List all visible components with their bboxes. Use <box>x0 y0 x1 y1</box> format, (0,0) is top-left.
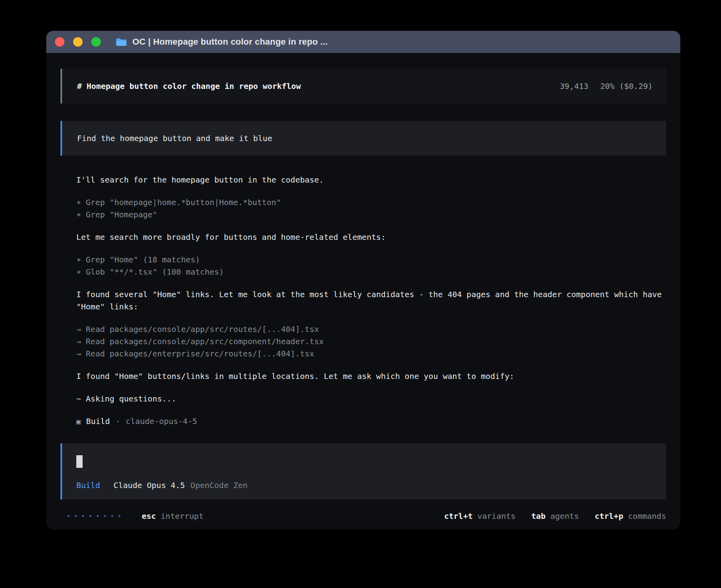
spinner-dots-icon: •••••••• <box>67 513 125 519</box>
minimize-window-button[interactable] <box>73 37 83 47</box>
context-cost: 20% ($0.29) <box>600 81 653 91</box>
model-name[interactable]: Claude Opus 4.5 <box>113 481 185 490</box>
model-bar: Build Claude Opus 4.5 OpenCode Zen <box>76 481 652 490</box>
session-stats: 39,413 20% ($0.29) <box>560 81 653 91</box>
traffic-lights <box>55 37 101 47</box>
close-window-button[interactable] <box>55 37 64 47</box>
footer-left: •••••••• esc interrupt <box>60 511 204 521</box>
terminal-window: OC | Homepage button color change in rep… <box>46 31 680 530</box>
file-read-line: → Read packages/console/app/src/routes/[… <box>76 323 662 335</box>
tool-call-grep: ∗ Grep "homepage|home.*button|Home.*butt… <box>76 196 662 209</box>
user-message-text: Find the homepage button and make it blu… <box>77 134 272 143</box>
agent-status-line: ▣ Build · claude-opus-4-5 <box>76 415 662 428</box>
file-read-line: → Read packages/enterprise/src/routes/[.… <box>76 348 662 360</box>
tool-call-grep: ∗ Grep "Home" (18 matches) <box>76 254 662 266</box>
text-cursor <box>76 455 83 468</box>
file-read-line: → Read packages/console/app/src/componen… <box>76 335 662 348</box>
key-ctrl-t: ctrl+t <box>444 511 472 521</box>
agent-name: Build <box>86 415 110 428</box>
provider-name: OpenCode Zen <box>191 481 248 490</box>
session-header: # Homepage button color change in repo w… <box>60 69 666 104</box>
tool-call-grep: ∗ Grep "Homepage" <box>76 209 662 221</box>
token-count: 39,413 <box>560 81 588 91</box>
hint-interrupt: esc interrupt <box>142 511 204 521</box>
prompt-input[interactable]: Build Claude Opus 4.5 OpenCode Zen <box>60 443 666 499</box>
hint-variants: ctrl+t variants <box>444 511 515 521</box>
window-title: OC | Homepage button color change in rep… <box>132 37 328 47</box>
hint-agents: tab agents <box>531 511 579 521</box>
footer-right: ctrl+t variants tab agents ctrl+p comman… <box>444 511 666 521</box>
window-title-area: OC | Homepage button color change in rep… <box>116 37 328 47</box>
key-ctrl-p: ctrl+p <box>595 511 623 521</box>
assistant-text-line: Let me search more broadly for buttons a… <box>76 231 662 243</box>
zoom-window-button[interactable] <box>91 37 101 47</box>
assistant-text-line: I found "Home" buttons/links in multiple… <box>76 370 662 383</box>
user-message: Find the homepage button and make it blu… <box>60 121 666 156</box>
transcript: I'll search for the homepage button in t… <box>60 174 666 428</box>
status-line-asking: ~ Asking questions... <box>76 393 662 405</box>
key-tab: tab <box>531 511 545 521</box>
assistant-text-line: I'll search for the homepage button in t… <box>76 174 662 186</box>
agent-model: claude-opus-4-5 <box>126 415 197 428</box>
tool-call-glob: ∗ Glob "**/*.tsx" (100 matches) <box>76 266 662 278</box>
key-esc: esc <box>142 511 156 521</box>
folder-icon <box>116 38 127 46</box>
session-title: # Homepage button color change in repo w… <box>77 81 301 91</box>
agent-separator: · <box>115 415 120 428</box>
window-titlebar[interactable]: OC | Homepage button color change in rep… <box>46 31 680 53</box>
terminal-content: # Homepage button color change in repo w… <box>46 53 680 530</box>
hint-commands: ctrl+p commands <box>595 511 666 521</box>
status-footer: •••••••• esc interrupt ctrl+t variants t… <box>60 511 666 521</box>
agent-square-icon: ▣ <box>76 415 81 428</box>
assistant-text-line: I found several "Home" links. Let me loo… <box>76 288 662 313</box>
mode-indicator[interactable]: Build <box>76 481 100 490</box>
